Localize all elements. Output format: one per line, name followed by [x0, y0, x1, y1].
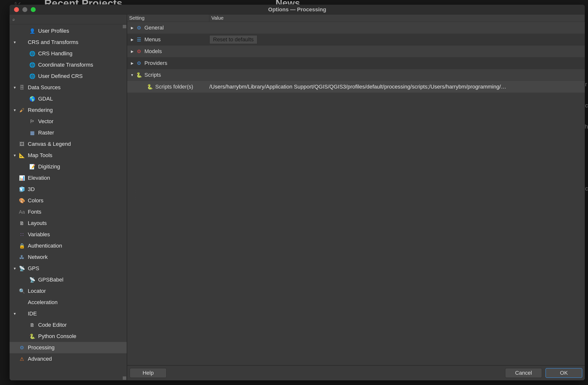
sidebar-item-label: GPS: [28, 265, 39, 272]
advanced-icon: ⚠: [19, 356, 25, 362]
sidebar-item-label: Authentication: [28, 243, 62, 249]
disclosure-icon[interactable]: ▶: [129, 26, 136, 30]
cancel-button[interactable]: Cancel: [505, 368, 542, 378]
sidebar-item-gps[interactable]: ▼📡GPS: [10, 263, 127, 274]
sidebar-item-label: Acceleration: [28, 299, 58, 305]
vector-icon: 🏳: [29, 118, 36, 125]
python-console-icon: 🐍: [29, 333, 36, 340]
value-cell[interactable]: /Users/harrybm/Library/Application Suppo…: [209, 81, 585, 93]
sidebar-item-colors[interactable]: ▶🎨Colors: [10, 195, 127, 206]
variables-icon: ∷: [19, 231, 25, 238]
sidebar-item-code-editor[interactable]: ▶🗎Code Editor: [10, 319, 127, 331]
disclosure-icon[interactable]: ▼: [11, 312, 19, 316]
sidebar-item-label: Variables: [28, 231, 50, 238]
sidebar-item-crs-transforms[interactable]: ▼CRS and Transforms: [10, 37, 127, 48]
sidebar-item-crs-handling[interactable]: ▶🌐CRS Handling: [10, 48, 127, 59]
sidebar-item-user-defined-crs[interactable]: ▶🌐User Defined CRS: [10, 71, 127, 82]
setting-row-scripts[interactable]: ▼🐍Scripts: [127, 69, 585, 81]
disclosure-icon[interactable]: ▼: [11, 40, 19, 44]
acceleration-icon: [19, 299, 25, 306]
disclosure-icon[interactable]: ▶: [129, 49, 136, 53]
search-input[interactable]: [17, 17, 125, 22]
setting-row-general[interactable]: ▶⚙General: [127, 22, 585, 34]
coord-transforms-icon: 🌐: [29, 61, 36, 68]
sidebar-item-advanced[interactable]: ▶⚠Advanced: [10, 353, 127, 365]
setting-cell: ▼🐍Scripts: [127, 72, 209, 79]
sidebar-tree[interactable]: ▶👤User Profiles▼CRS and Transforms▶🌐CRS …: [10, 24, 127, 380]
disclosure-icon[interactable]: ▼: [11, 85, 19, 89]
ok-button[interactable]: OK: [546, 368, 582, 378]
sidebar-item-label: Data Sources: [28, 84, 61, 91]
sidebar-item-ide[interactable]: ▼IDE: [10, 308, 127, 319]
sidebar-item-label: Colors: [28, 197, 43, 204]
settings-list: ▶⚙General▶☰MenusReset to defaults▶⚙Model…: [127, 22, 585, 365]
help-button[interactable]: Help: [130, 368, 167, 378]
disclosure-icon[interactable]: ▼: [11, 153, 19, 157]
sidebar-item-vector[interactable]: ▶🏳Vector: [10, 116, 127, 127]
sidebar-item-network[interactable]: ▶🖧Network: [10, 251, 127, 263]
setting-label: Scripts folder(s): [155, 83, 193, 90]
setting-cell: ▶⚙Models: [127, 48, 209, 55]
sidebar-item-python-console[interactable]: ▶🐍Python Console: [10, 331, 127, 342]
sidebar-item-data-sources[interactable]: ▼🗄Data Sources: [10, 82, 127, 93]
colors-icon: 🎨: [19, 197, 25, 204]
disclosure-icon[interactable]: ▶: [129, 38, 136, 41]
authentication-icon: 🔒: [19, 243, 25, 249]
sidebar-item-label: 3D: [28, 186, 35, 193]
sidebar-item-coord-transforms[interactable]: ▶🌐Coordinate Transforms: [10, 59, 127, 71]
dialog-title: Options — Processing: [10, 6, 585, 13]
split-grip[interactable]: [126, 190, 128, 205]
scroll-up-stub[interactable]: [123, 25, 126, 28]
sidebar-item-elevation[interactable]: ▶📊Elevation: [10, 172, 127, 184]
sidebar-item-layouts[interactable]: ▶🗎Layouts: [10, 218, 127, 229]
sidebar-item-label: Locator: [28, 288, 46, 294]
setting-cell: ▶☰Menus: [127, 36, 209, 43]
col-setting-header[interactable]: Setting: [127, 15, 209, 22]
sidebar-item-variables[interactable]: ▶∷Variables: [10, 229, 127, 240]
sidebar-item-gdal[interactable]: ▶🌎GDAL: [10, 93, 127, 104]
sidebar-item-label: Elevation: [28, 175, 50, 181]
reset-defaults-button[interactable]: Reset to defaults: [209, 35, 257, 44]
sidebar-item-acceleration[interactable]: ▶Acceleration: [10, 297, 127, 308]
code-editor-icon: 🗎: [29, 322, 36, 328]
3d-icon: 🧊: [19, 186, 25, 193]
disclosure-icon[interactable]: ▼: [11, 266, 19, 270]
sidebar-item-authentication[interactable]: ▶🔒Authentication: [10, 240, 127, 251]
main-panel: Setting Value ▶⚙General▶☰MenusReset to d…: [127, 15, 585, 380]
sidebar-item-raster[interactable]: ▶▦Raster: [10, 127, 127, 138]
sidebar-item-label: Python Console: [38, 333, 76, 340]
setting-cell: 🐍Scripts folder(s): [127, 83, 209, 90]
setting-cell: ▶⚙General: [127, 24, 209, 31]
setting-label: General: [145, 25, 164, 31]
sidebar-item-label: Vector: [38, 118, 53, 125]
disclosure-icon[interactable]: ▼: [129, 73, 136, 77]
sidebar-item-user-profiles[interactable]: ▶👤User Profiles: [10, 25, 127, 37]
setting-row-scripts-folders[interactable]: 🐍Scripts folder(s)/Users/harrybm/Library…: [127, 81, 585, 93]
value-cell: Reset to defaults: [209, 35, 585, 44]
sidebar-item-map-tools[interactable]: ▼📐Map Tools: [10, 150, 127, 161]
disclosure-icon[interactable]: ▼: [11, 108, 19, 112]
sidebar-item-gpsbabel[interactable]: ▶📡GPSBabel: [10, 274, 127, 285]
close-button[interactable]: [14, 7, 19, 12]
sidebar-item-3d[interactable]: ▶🧊3D: [10, 184, 127, 195]
disclosure-icon[interactable]: ▶: [129, 61, 136, 65]
sidebar-item-digitizing[interactable]: ▶📝Digitizing: [10, 161, 127, 172]
dialog-body: ⌕ ▶👤User Profiles▼CRS and Transforms▶🌐CR…: [10, 15, 585, 380]
setting-row-models[interactable]: ▶⚙Models: [127, 45, 585, 57]
sidebar-item-rendering[interactable]: ▼🖌Rendering: [10, 104, 127, 116]
sidebar-item-canvas-legend[interactable]: ▶🖼Canvas & Legend: [10, 138, 127, 150]
sidebar-item-fonts[interactable]: ▶AaFonts: [10, 206, 127, 218]
scroll-down-stub[interactable]: [123, 376, 126, 380]
footer: Help Cancel OK: [127, 365, 585, 380]
sidebar-item-label: Raster: [38, 130, 54, 136]
titlebar: Options — Processing: [10, 5, 585, 15]
col-value-header[interactable]: Value: [209, 15, 585, 22]
minimize-button[interactable]: [22, 7, 27, 12]
maximize-button[interactable]: [31, 7, 36, 12]
setting-row-menus[interactable]: ▶☰MenusReset to defaults: [127, 34, 585, 45]
sidebar-item-label: Advanced: [28, 356, 52, 362]
providers-icon: ⚙: [136, 60, 143, 67]
setting-row-providers[interactable]: ▶⚙Providers: [127, 57, 585, 69]
sidebar-item-processing[interactable]: ▶⚙Processing: [10, 342, 127, 353]
sidebar-item-locator[interactable]: ▶🔍Locator: [10, 285, 127, 297]
